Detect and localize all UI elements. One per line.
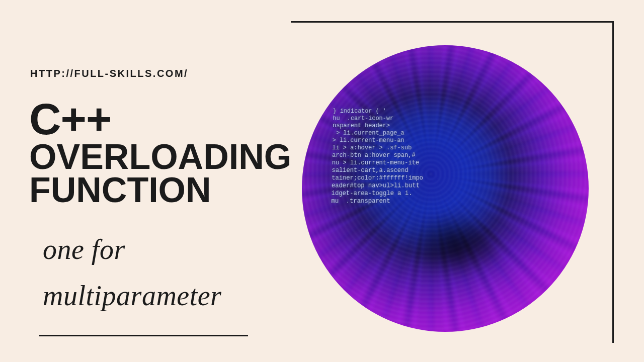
script-line-2: multiparameter — [43, 273, 221, 319]
code-text-overlay: } indicator ( ' hu .cart-icon-wr nsparen… — [331, 108, 424, 205]
title-line-1: C++ — [29, 98, 291, 140]
dark-core-shadow — [405, 212, 506, 277]
top-horizontal-rule — [291, 21, 613, 23]
site-url: HTTP://FULL-SKILLS.COM/ — [30, 68, 188, 79]
title-line-2: OVERLOADING — [29, 140, 291, 174]
hero-circle-image: } indicator ( ' hu .cart-icon-wr nsparen… — [302, 45, 589, 332]
title-line-3: FUNCTION — [29, 173, 291, 207]
main-title: C++ OVERLOADING FUNCTION — [29, 98, 291, 207]
subtitle-script: one for multiparameter — [43, 226, 221, 319]
subtitle-underline — [39, 335, 248, 336]
script-line-1: one for — [43, 226, 221, 273]
right-vertical-rule — [612, 21, 614, 343]
